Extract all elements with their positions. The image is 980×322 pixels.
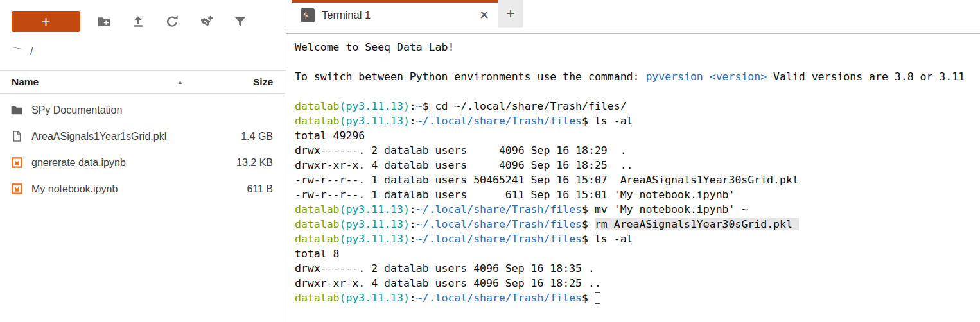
file-browser-toolbar: + [0,0,286,32]
terminal-line: To switch between Python environments us… [295,69,980,84]
terminal-line: total 8 [295,246,980,261]
file-row[interactable]: My notebook.ipynb611 B [0,176,286,202]
tab-terminal-1[interactable]: $_ Terminal 1 ✕ [292,0,498,28]
sort-ascending-icon[interactable]: ▲ [177,79,183,85]
terminal-icon: $_ [301,8,315,22]
home-folder-icon[interactable] [12,45,24,57]
file-browser-panel: + / Name ▲ Size SPy DocumentationAreaASi… [0,0,286,322]
file-name: SPy Documentation [31,105,273,116]
terminal-line: drwxr-xr-x. 4 datalab users 4096 Sep 16 … [295,276,980,291]
file-row[interactable]: gnererate data.ipynb13.2 KB [0,149,286,176]
file-name: gnererate data.ipynb [31,157,236,169]
tag-plus-icon[interactable] [198,14,214,30]
file-size: 13.2 KB [236,157,273,169]
terminal-cursor [595,292,600,304]
column-header-name[interactable]: Name [12,76,177,88]
new-tab-button[interactable]: + [498,0,523,28]
terminal-line: drwx------. 2 datalab users 4096 Sep 16 … [295,261,980,276]
terminal-line [295,84,980,99]
close-tab-icon[interactable]: ✕ [478,8,491,22]
filter-icon[interactable] [232,14,248,30]
refresh-icon[interactable] [164,14,180,30]
breadcrumb[interactable]: / [0,32,286,71]
file-size: 611 B [247,183,273,195]
terminal-line: datalab(py3.11.13):~/.local/share/Trash/… [295,291,980,305]
file-list-header[interactable]: Name ▲ Size [0,71,286,94]
tab-bar-divider [286,28,980,34]
terminal-output[interactable]: Welcome to Seeq Data Lab! To switch betw… [286,34,980,322]
terminal-line: -rw-r--r--. 1 datalab users 611 Sep 16 1… [295,187,980,202]
terminal-line: datalab(py3.11.13):~/.local/share/Trash/… [295,232,980,246]
terminal-tab-bar: $_ Terminal 1 ✕ + [286,0,980,28]
terminal-line [295,55,980,69]
terminal-line: datalab(py3.11.13):~/.local/share/Trash/… [295,114,980,128]
terminal-line: -rw-r--r--. 1 datalab users 50465241 Sep… [295,173,980,187]
file-icon [10,130,23,143]
toolbar-icons [80,14,248,30]
new-folder-icon[interactable] [96,14,112,30]
terminal-line: drwx------. 2 datalab users 4096 Sep 16 … [295,143,980,158]
file-row[interactable]: SPy Documentation [0,97,286,123]
terminal-line: drwxr-xr-x. 4 datalab users 4096 Sep 16 … [295,158,980,173]
folder-icon [10,104,23,117]
file-list: SPy DocumentationAreaASignals1Year1sGrid… [0,94,286,322]
notebook-icon [10,157,23,169]
file-name: My notebook.ipynb [31,183,247,195]
terminal-line: datalab(py3.11.13):~/.local/share/Trash/… [295,217,980,232]
terminal-line: datalab(py3.11.13):~/.local/share/Trash/… [295,202,980,217]
terminal-line: Welcome to Seeq Data Lab! [295,40,980,55]
file-size: 1.4 GB [241,131,273,142]
notebook-icon [10,183,23,196]
breadcrumb-root: / [30,45,33,58]
column-header-size[interactable]: Size [253,76,273,88]
terminal-line: datalab(py3.11.13):~$ cd ~/.local/share/… [295,99,980,114]
new-launcher-button[interactable]: + [12,11,80,32]
upload-icon[interactable] [130,14,146,30]
file-row[interactable]: AreaASignals1Year1sGrid.pkl1.4 GB [0,123,286,149]
terminal-line: total 49296 [295,128,980,143]
tab-title: Terminal 1 [322,9,371,21]
terminal-panel: $_ Terminal 1 ✕ + Welcome to Seeq Data L… [286,0,980,322]
file-name: AreaASignals1Year1sGrid.pkl [31,131,241,142]
